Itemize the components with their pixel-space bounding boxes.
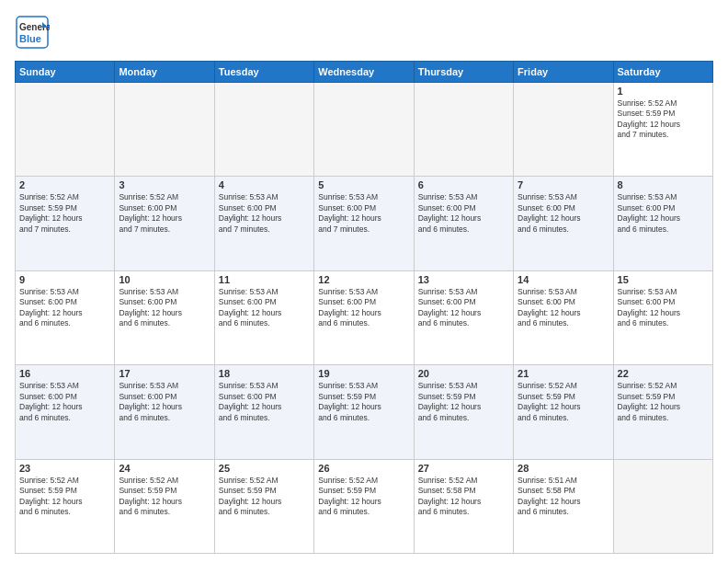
day-number: 23	[19, 463, 110, 474]
calendar-cell: 13Sunrise: 5:53 AM Sunset: 6:00 PM Dayli…	[414, 270, 513, 364]
calendar-cell: 16Sunrise: 5:53 AM Sunset: 6:00 PM Dayli…	[16, 365, 115, 459]
calendar-cell	[115, 83, 214, 177]
calendar-week-1: 1Sunrise: 5:52 AM Sunset: 5:59 PM Daylig…	[16, 83, 713, 177]
day-info: Sunrise: 5:52 AM Sunset: 6:00 PM Dayligh…	[119, 192, 210, 235]
day-number: 22	[618, 368, 709, 379]
day-number: 2	[19, 179, 110, 190]
calendar-cell	[314, 83, 414, 177]
day-info: Sunrise: 5:53 AM Sunset: 6:00 PM Dayligh…	[219, 192, 310, 235]
day-info: Sunrise: 5:52 AM Sunset: 5:59 PM Dayligh…	[19, 476, 110, 518]
weekday-wednesday: Wednesday	[314, 62, 414, 83]
day-info: Sunrise: 5:53 AM Sunset: 6:00 PM Dayligh…	[19, 381, 110, 423]
day-info: Sunrise: 5:52 AM Sunset: 5:59 PM Dayligh…	[318, 476, 409, 518]
weekday-tuesday: Tuesday	[214, 62, 313, 83]
day-number: 4	[219, 179, 310, 190]
calendar-cell: 26Sunrise: 5:52 AM Sunset: 5:59 PM Dayli…	[314, 459, 414, 553]
day-info: Sunrise: 5:53 AM Sunset: 5:59 PM Dayligh…	[318, 381, 409, 423]
day-number: 3	[119, 179, 210, 190]
calendar-cell	[16, 83, 115, 177]
calendar-table: SundayMondayTuesdayWednesdayThursdayFrid…	[15, 61, 713, 554]
day-number: 26	[318, 463, 409, 474]
day-number: 25	[219, 463, 310, 474]
calendar-week-4: 16Sunrise: 5:53 AM Sunset: 6:00 PM Dayli…	[16, 365, 713, 459]
weekday-thursday: Thursday	[414, 62, 513, 83]
calendar-cell: 3Sunrise: 5:52 AM Sunset: 6:00 PM Daylig…	[115, 177, 214, 270]
calendar-week-2: 2Sunrise: 5:52 AM Sunset: 5:59 PM Daylig…	[16, 177, 713, 270]
day-info: Sunrise: 5:53 AM Sunset: 6:00 PM Dayligh…	[418, 287, 509, 329]
calendar-cell: 6Sunrise: 5:53 AM Sunset: 6:00 PM Daylig…	[414, 177, 513, 270]
day-number: 7	[518, 179, 609, 190]
calendar-cell: 21Sunrise: 5:52 AM Sunset: 5:59 PM Dayli…	[514, 365, 613, 459]
calendar-cell: 18Sunrise: 5:53 AM Sunset: 6:00 PM Dayli…	[214, 365, 313, 459]
day-info: Sunrise: 5:53 AM Sunset: 6:00 PM Dayligh…	[618, 192, 709, 235]
day-info: Sunrise: 5:53 AM Sunset: 6:00 PM Dayligh…	[219, 381, 310, 423]
calendar-cell	[613, 459, 712, 553]
day-info: Sunrise: 5:53 AM Sunset: 6:00 PM Dayligh…	[19, 287, 110, 329]
day-number: 11	[219, 274, 310, 285]
day-number: 1	[618, 86, 709, 97]
day-info: Sunrise: 5:52 AM Sunset: 5:59 PM Dayligh…	[219, 476, 310, 518]
weekday-monday: Monday	[115, 62, 214, 83]
day-info: Sunrise: 5:53 AM Sunset: 6:00 PM Dayligh…	[119, 287, 210, 329]
calendar-cell: 11Sunrise: 5:53 AM Sunset: 6:00 PM Dayli…	[214, 270, 313, 364]
day-number: 10	[119, 274, 210, 285]
calendar-cell: 9Sunrise: 5:53 AM Sunset: 6:00 PM Daylig…	[16, 270, 115, 364]
calendar-week-3: 9Sunrise: 5:53 AM Sunset: 6:00 PM Daylig…	[16, 270, 713, 364]
calendar-cell	[414, 83, 513, 177]
logo: General Blue	[15, 15, 50, 53]
day-number: 24	[119, 463, 210, 474]
calendar-cell: 17Sunrise: 5:53 AM Sunset: 6:00 PM Dayli…	[115, 365, 214, 459]
day-number: 13	[418, 274, 509, 285]
calendar-cell: 22Sunrise: 5:52 AM Sunset: 5:59 PM Dayli…	[613, 365, 712, 459]
day-info: Sunrise: 5:53 AM Sunset: 6:00 PM Dayligh…	[219, 287, 310, 329]
day-info: Sunrise: 5:52 AM Sunset: 5:59 PM Dayligh…	[618, 381, 709, 423]
calendar-cell	[514, 83, 613, 177]
day-info: Sunrise: 5:53 AM Sunset: 6:00 PM Dayligh…	[618, 287, 709, 329]
weekday-saturday: Saturday	[613, 62, 712, 83]
day-info: Sunrise: 5:52 AM Sunset: 5:59 PM Dayligh…	[618, 98, 709, 141]
calendar-cell: 28Sunrise: 5:51 AM Sunset: 5:58 PM Dayli…	[514, 459, 613, 553]
calendar-cell	[214, 83, 313, 177]
day-info: Sunrise: 5:53 AM Sunset: 6:00 PM Dayligh…	[318, 192, 409, 235]
day-number: 15	[618, 274, 709, 285]
page: General Blue SundayMondayTuesdayWednesda…	[0, 0, 728, 563]
day-info: Sunrise: 5:52 AM Sunset: 5:59 PM Dayligh…	[19, 192, 110, 235]
calendar-cell: 19Sunrise: 5:53 AM Sunset: 5:59 PM Dayli…	[314, 365, 414, 459]
calendar-cell: 8Sunrise: 5:53 AM Sunset: 6:00 PM Daylig…	[613, 177, 712, 270]
day-info: Sunrise: 5:52 AM Sunset: 5:59 PM Dayligh…	[119, 476, 210, 518]
day-number: 6	[418, 179, 509, 190]
day-info: Sunrise: 5:53 AM Sunset: 6:00 PM Dayligh…	[318, 287, 409, 329]
day-number: 21	[518, 368, 609, 379]
day-number: 28	[518, 463, 609, 474]
day-number: 18	[219, 368, 310, 379]
calendar-cell: 15Sunrise: 5:53 AM Sunset: 6:00 PM Dayli…	[613, 270, 712, 364]
day-number: 20	[418, 368, 509, 379]
weekday-header-row: SundayMondayTuesdayWednesdayThursdayFrid…	[16, 62, 713, 83]
day-number: 19	[318, 368, 409, 379]
calendar-cell: 10Sunrise: 5:53 AM Sunset: 6:00 PM Dayli…	[115, 270, 214, 364]
calendar-week-5: 23Sunrise: 5:52 AM Sunset: 5:59 PM Dayli…	[16, 459, 713, 553]
day-info: Sunrise: 5:51 AM Sunset: 5:58 PM Dayligh…	[518, 476, 609, 518]
day-number: 8	[618, 179, 709, 190]
day-info: Sunrise: 5:53 AM Sunset: 6:00 PM Dayligh…	[418, 192, 509, 235]
calendar-cell: 20Sunrise: 5:53 AM Sunset: 5:59 PM Dayli…	[414, 365, 513, 459]
logo-icon: General Blue	[15, 15, 50, 50]
day-info: Sunrise: 5:52 AM Sunset: 5:58 PM Dayligh…	[418, 476, 509, 518]
day-number: 17	[119, 368, 210, 379]
day-info: Sunrise: 5:53 AM Sunset: 6:00 PM Dayligh…	[518, 287, 609, 329]
day-info: Sunrise: 5:52 AM Sunset: 5:59 PM Dayligh…	[518, 381, 609, 423]
calendar-cell: 2Sunrise: 5:52 AM Sunset: 5:59 PM Daylig…	[16, 177, 115, 270]
day-info: Sunrise: 5:53 AM Sunset: 6:00 PM Dayligh…	[119, 381, 210, 423]
weekday-sunday: Sunday	[16, 62, 115, 83]
calendar-cell: 7Sunrise: 5:53 AM Sunset: 6:00 PM Daylig…	[514, 177, 613, 270]
calendar-cell: 5Sunrise: 5:53 AM Sunset: 6:00 PM Daylig…	[314, 177, 414, 270]
day-info: Sunrise: 5:53 AM Sunset: 6:00 PM Dayligh…	[518, 192, 609, 235]
weekday-friday: Friday	[514, 62, 613, 83]
calendar-cell: 25Sunrise: 5:52 AM Sunset: 5:59 PM Dayli…	[214, 459, 313, 553]
calendar-cell: 4Sunrise: 5:53 AM Sunset: 6:00 PM Daylig…	[214, 177, 313, 270]
calendar-cell: 24Sunrise: 5:52 AM Sunset: 5:59 PM Dayli…	[115, 459, 214, 553]
day-number: 27	[418, 463, 509, 474]
calendar-cell: 14Sunrise: 5:53 AM Sunset: 6:00 PM Dayli…	[514, 270, 613, 364]
calendar-cell: 12Sunrise: 5:53 AM Sunset: 6:00 PM Dayli…	[314, 270, 414, 364]
calendar-cell: 23Sunrise: 5:52 AM Sunset: 5:59 PM Dayli…	[16, 459, 115, 553]
